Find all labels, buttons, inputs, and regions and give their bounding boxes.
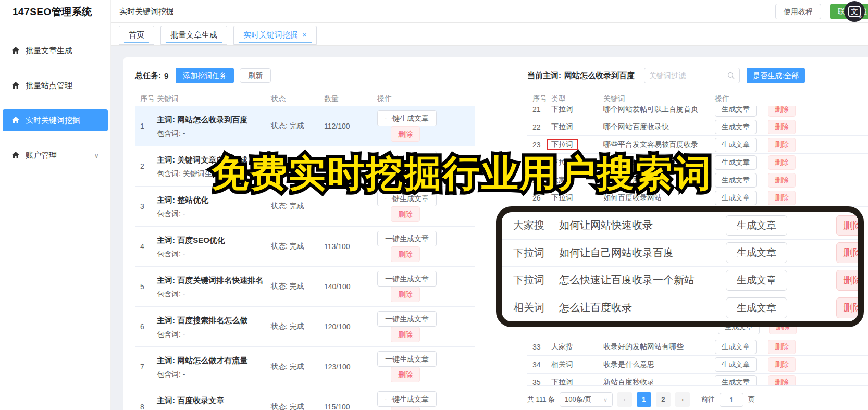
generate-articles-button[interactable]: 一键生成文章 (377, 151, 437, 166)
keyword-type: 下拉词 (502, 246, 559, 260)
delete-button[interactable]: 删除 (768, 375, 796, 386)
table-row[interactable]: 34 相关词 收录是什么意思 生成文章 删除 (527, 356, 868, 374)
generate-article-button[interactable]: 生成文章 (726, 242, 787, 263)
table-row[interactable]: 35 下拉词 新站百度秒收录 生成文章 删除 (527, 374, 868, 386)
tab-label: 批量文章生成 (170, 30, 217, 39)
page-number-button[interactable]: 1 (637, 392, 651, 407)
delete-button[interactable]: 删除 (836, 297, 864, 318)
generate-article-button[interactable]: 生成文章 (726, 297, 787, 318)
table-row[interactable]: 8 主词: 百度收录文章 包含词: 收录 状态: 完成 115/100 一键生成… (135, 387, 475, 410)
task-status: 状态: 完成 (271, 322, 324, 331)
generate-article-button[interactable]: 生成文章 (715, 120, 757, 134)
generate-articles-button[interactable]: 一键生成文章 (377, 391, 437, 407)
generate-articles-button[interactable]: 一键生成文章 (377, 110, 437, 126)
table-row[interactable]: 7 主词: 网站怎么做才有流量 包含词: - 状态: 完成 123/100 一键… (135, 347, 475, 387)
task-quantity: 112/100 (324, 122, 377, 130)
keyword-text: 怎么快速让百度收录一个新站 (559, 273, 721, 287)
generate-article-button[interactable]: 生成文章 (715, 375, 757, 386)
delete-button[interactable]: 删除 (391, 206, 420, 222)
sidebar-item[interactable]: 实时关键词挖掘 ∨ (3, 109, 108, 131)
delete-button[interactable]: 删除 (768, 106, 796, 117)
generate-articles-button[interactable]: 一键生成文章 (377, 231, 437, 246)
tutorial-button[interactable]: 使用教程 (775, 4, 821, 19)
table-row[interactable]: 26 下拉词 如何百度收录网站 生成文章 删除 (527, 189, 868, 207)
table-row[interactable]: 23 下拉词 哪些平台发文容易被百度收录 生成文章 删除 (527, 136, 868, 154)
delete-button[interactable]: 删除 (836, 215, 864, 236)
table-row[interactable]: 1 主词: 网站怎么收录到百度 包含词: - 状态: 完成 112/100 一键… (135, 106, 475, 146)
delete-button[interactable]: 删除 (768, 120, 796, 134)
keyword-type: 相关词 (551, 360, 573, 368)
row-index: 3 (135, 202, 157, 210)
keyword-text: 怎么让百度收录 (559, 301, 721, 315)
delete-button[interactable]: 删除 (768, 138, 796, 152)
sidebar-item[interactable]: 批量站点管理 ∨ (3, 74, 108, 96)
callout-row: 大家搜 如何让网站快速收录 生成文章 删除 (502, 212, 858, 240)
table-row[interactable]: 21 下拉词 哪个网站发帖可以上百度首页 生成文章 删除 (527, 106, 868, 118)
tab[interactable]: 批量文章生成× (160, 26, 227, 45)
generate-article-button[interactable]: 生成文章 (715, 191, 757, 205)
keyword-text: 如何让网站被百度收录 (603, 158, 715, 167)
table-row[interactable]: 25 大家搜 如何让百度收录网站 生成文章 删除 (527, 171, 868, 189)
delete-button[interactable]: 删除 (768, 191, 796, 205)
app-logo: 147SEO管理系统 (0, 0, 110, 19)
delete-button[interactable]: 删除 (836, 242, 864, 263)
sidebar-item[interactable]: 账户管理 ∨ (3, 144, 108, 166)
generate-articles-button[interactable]: 一键生成文章 (377, 271, 437, 287)
translate-widget-icon[interactable]: 文 ✕ (844, 1, 865, 22)
tab[interactable]: 实时关键词挖掘× (233, 26, 317, 45)
delete-button[interactable]: 删除 (836, 270, 864, 291)
table-row[interactable]: 6 主词: 百度搜索排名怎么做 包含词: - 状态: 完成 120/100 一键… (135, 307, 475, 347)
row-index: 1 (135, 122, 157, 130)
table-row[interactable]: 24 下拉词 如何让网站被百度收录 生成文章 删除 (527, 154, 868, 171)
delete-button[interactable]: 删除 (391, 287, 420, 302)
sidebar-item[interactable]: 批量文章生成 ∨ (3, 40, 108, 61)
zoom-callout-box: 大家搜 如何让网站快速收录 生成文章 删除 下拉词 如何让自己网站收录百度 生成… (496, 206, 864, 327)
page-size-select[interactable]: 100条/页 ∨ (560, 392, 613, 407)
delete-button[interactable]: 删除 (391, 327, 420, 342)
table-row[interactable]: 3 主词: 整站优化 包含词: - 状态: 完成 一键生成文章 删除 (135, 187, 475, 227)
delete-button[interactable]: 删除 (768, 173, 796, 188)
generate-articles-button[interactable]: 一键生成文章 (377, 191, 437, 206)
table-row[interactable]: 4 主词: 百度SEO优化 包含词: - 状态: 完成 113/100 一键生成… (135, 227, 475, 267)
generate-article-button[interactable]: 生成文章 (715, 138, 757, 152)
refresh-button[interactable]: 刷新 (240, 68, 271, 83)
table-row[interactable]: 33 大家搜 收录好的发帖网站有哪些 生成文章 删除 (527, 338, 868, 356)
generate-article-button[interactable]: 生成文章 (715, 155, 757, 170)
delete-button[interactable]: 删除 (768, 155, 796, 170)
generate-article-button[interactable]: 生成文章 (715, 340, 757, 354)
tasks-panel: 总任务: 9 添加挖词任务 刷新 序号 关键词 状态 数量 操作 1 主词: 网… (135, 64, 475, 410)
generate-article-button[interactable]: 生成文章 (726, 270, 787, 291)
task-main-keyword: 主词: 整站优化 (157, 194, 271, 206)
delete-button[interactable]: 删除 (391, 166, 420, 182)
generate-article-button[interactable]: 生成文章 (715, 357, 757, 372)
generate-all-button[interactable]: 是否生成:全部 (747, 68, 805, 83)
generate-article-button[interactable]: 生成文章 (715, 106, 757, 117)
keyword-filter-input[interactable] (649, 71, 727, 80)
row-index: 22 (527, 123, 551, 131)
task-include-words: 包含词: - (157, 329, 271, 339)
goto-page-input[interactable] (720, 393, 743, 407)
generate-articles-button[interactable]: 一键生成文章 (377, 311, 437, 327)
keyword-text: 如何百度收录网站 (603, 193, 715, 203)
delete-button[interactable]: 删除 (391, 246, 420, 262)
table-row[interactable]: 5 主词: 百度关键词排名快速排名 包含词: - 状态: 完成 140/100 … (135, 267, 475, 307)
generate-articles-button[interactable]: 一键生成文章 (377, 351, 437, 367)
prev-page-button[interactable]: ‹ (617, 392, 632, 407)
chevron-down-icon[interactable]: ∨ (94, 152, 99, 159)
keyword-type: 下拉词 (551, 158, 573, 166)
delete-button[interactable]: 删除 (391, 126, 420, 142)
table-row[interactable]: 2 主词: 关键词文章自动生成 包含词: 关键词生成 状态: 完成 100/10… (135, 146, 475, 187)
page-number-button[interactable]: 2 (656, 392, 671, 407)
generate-article-button[interactable]: 生成文章 (715, 173, 757, 188)
delete-button[interactable]: 删除 (391, 407, 420, 410)
next-page-button[interactable]: › (675, 392, 690, 407)
tab-close-icon[interactable]: × (302, 30, 307, 39)
task-main-keyword: 主词: 百度收录文章 (157, 395, 271, 406)
delete-button[interactable]: 删除 (768, 340, 796, 354)
table-row[interactable]: 22 下拉词 哪个网站百度收录快 生成文章 删除 (527, 118, 868, 136)
tab[interactable]: 首页× (119, 26, 154, 45)
delete-button[interactable]: 删除 (391, 367, 420, 382)
generate-article-button[interactable]: 生成文章 (726, 215, 787, 236)
delete-button[interactable]: 删除 (768, 357, 796, 372)
add-task-button[interactable]: 添加挖词任务 (176, 68, 234, 83)
